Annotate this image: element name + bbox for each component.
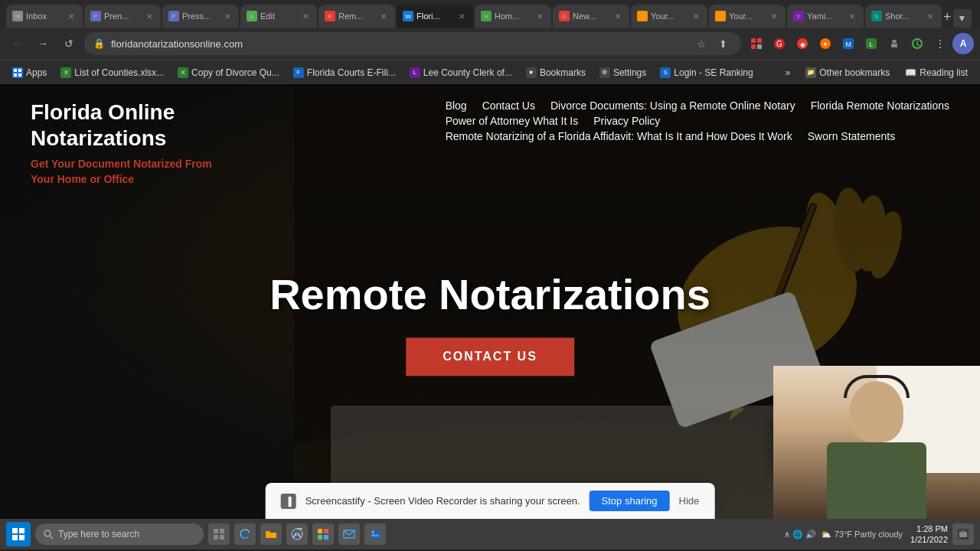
- bookmarks-favicon: ★: [526, 67, 537, 78]
- windows-store-button[interactable]: [312, 523, 334, 545]
- bookmark-lee-county[interactable]: L Lee County Clerk of...: [403, 65, 518, 80]
- tab-close-press[interactable]: ✕: [222, 11, 233, 21]
- extension-btn-5[interactable]: L: [861, 33, 882, 54]
- reload-button[interactable]: ↺: [58, 33, 80, 54]
- nav-remote-notarizing[interactable]: Remote Notarizing of a Florida Affidavit…: [446, 130, 792, 142]
- bookmark-settings-label: Settings: [613, 67, 646, 78]
- chrome-taskbar-button[interactable]: [286, 523, 308, 545]
- bookmark-se-ranking[interactable]: S Login - SE Ranking: [654, 65, 759, 80]
- reading-list-label: Reading list: [920, 67, 968, 78]
- nav-sworn[interactable]: Sworn Statements: [808, 130, 895, 142]
- notifications-button[interactable]: [952, 523, 974, 545]
- bookmark-other[interactable]: 📁 Other bookmarks: [799, 65, 896, 80]
- back-button[interactable]: ←: [6, 33, 28, 54]
- tab-close-yami[interactable]: ✕: [847, 11, 858, 21]
- address-bar[interactable]: 🔒 floridanotarizationsonline.com ☆ ⬆: [84, 32, 741, 55]
- extension-btn-4[interactable]: M: [838, 33, 859, 54]
- bookmark-bookmarks[interactable]: ★ Bookmarks: [520, 65, 592, 80]
- extension-btn-1[interactable]: G: [769, 33, 790, 54]
- svg-rect-18: [14, 73, 17, 77]
- weather-widget[interactable]: ⛅ 73°F Partly cloudy: [821, 530, 903, 540]
- menu-row-3: Remote Notarizing of a Florida Affidavit…: [446, 130, 949, 142]
- tab-hom[interactable]: H Hom... ✕: [475, 5, 551, 28]
- extension-btn-2[interactable]: ◉: [792, 33, 813, 54]
- tab-close-pren[interactable]: ✕: [144, 11, 155, 21]
- webcam-overlay: [773, 366, 980, 519]
- edge-taskbar-button[interactable]: [234, 523, 256, 545]
- bookmark-overflow-btn[interactable]: »: [779, 65, 797, 80]
- tab-close-shor[interactable]: ✕: [925, 11, 936, 21]
- share-icon[interactable]: ⬆: [714, 34, 732, 53]
- tab-rem[interactable]: R Rem... ✕: [318, 5, 395, 28]
- taskbar-clock[interactable]: 1:28 PM 1/21/2022: [910, 523, 948, 546]
- tab-yami[interactable]: Y Yami... ✕: [787, 5, 864, 28]
- tab-press[interactable]: P Press... ✕: [162, 5, 239, 28]
- forward-button[interactable]: →: [32, 33, 54, 54]
- bookmark-counties-label: List of Counties.xlsx...: [74, 67, 164, 78]
- nav-privacy[interactable]: Privacy Policy: [593, 115, 660, 127]
- tray-network-icon[interactable]: 🌐: [792, 530, 803, 540]
- update-icon[interactable]: [906, 33, 928, 54]
- nav-poa[interactable]: Power of Attorney What It Is: [446, 115, 579, 127]
- bookmark-star-icon[interactable]: ☆: [692, 34, 710, 53]
- bookmark-fl-courts[interactable]: F Florida Courts E-Fili...: [287, 65, 402, 80]
- tab-your1[interactable]: Y Your... ✕: [631, 5, 707, 28]
- svg-rect-35: [19, 535, 24, 540]
- stop-sharing-button[interactable]: Stop sharing: [590, 491, 670, 511]
- nav-florida-remote[interactable]: Florida Remote Notarizations: [811, 99, 949, 112]
- hide-button[interactable]: Hide: [679, 495, 700, 507]
- tab-favicon-your2: Y: [715, 11, 726, 21]
- tab-close-inbox[interactable]: ✕: [66, 11, 77, 21]
- minimize-button[interactable]: ─: [976, 6, 980, 28]
- address-actions: ☆ ⬆: [692, 34, 732, 53]
- divorce-favicon: X: [178, 67, 188, 78]
- nav-divorce[interactable]: Divorce Documents: Using a Remote Online…: [550, 99, 795, 112]
- mail-taskbar-button[interactable]: [338, 523, 360, 545]
- tray-up-arrow[interactable]: ∧: [784, 530, 790, 540]
- contact-us-button[interactable]: CONTACT US: [406, 337, 574, 376]
- tab-close-your2[interactable]: ✕: [769, 11, 779, 21]
- tab-close-new[interactable]: ✕: [612, 11, 623, 21]
- tab-favicon-rem: R: [325, 11, 335, 21]
- tab-your2[interactable]: Y Your... ✕: [709, 5, 786, 28]
- nav-blog[interactable]: Blog: [446, 99, 467, 112]
- extensions-icon[interactable]: [746, 33, 767, 54]
- tray-speaker-icon[interactable]: 🔊: [805, 530, 816, 540]
- site-tagline: Get Your Document Notarized FromYour Hom…: [31, 157, 212, 187]
- tab-edit[interactable]: E Edit ✕: [240, 5, 317, 28]
- tab-overflow-button[interactable]: ▼: [953, 9, 972, 28]
- reading-list-button[interactable]: 📖 Reading list: [899, 65, 974, 80]
- webcam-body: [827, 442, 926, 519]
- tab-flori[interactable]: W Flori... ✕: [397, 5, 473, 28]
- photos-taskbar-button[interactable]: [364, 523, 386, 545]
- tab-close-hom[interactable]: ✕: [534, 11, 545, 21]
- svg-rect-40: [214, 535, 218, 540]
- tab-inbox[interactable]: ✉ Inbox ✕: [6, 5, 83, 28]
- bookmark-apps[interactable]: Apps: [6, 65, 53, 80]
- fl-courts-favicon: F: [293, 67, 304, 78]
- profile-avatar[interactable]: A: [952, 33, 974, 54]
- menu-icon[interactable]: ⋮: [929, 33, 951, 54]
- bookmark-divorce[interactable]: X Copy of Divorce Qu...: [172, 65, 286, 80]
- tab-bar: ✉ Inbox ✕ P Pren... ✕ P Press... ✕ E Edi…: [0, 0, 980, 28]
- svg-line-37: [50, 536, 53, 539]
- bookmark-settings[interactable]: ⚙ Settings: [593, 65, 652, 80]
- extension-btn-3[interactable]: ✦: [815, 33, 836, 54]
- new-tab-button[interactable]: +: [943, 6, 952, 28]
- tab-new[interactable]: G New... ✕: [553, 5, 629, 28]
- tab-close-edit[interactable]: ✕: [300, 11, 311, 21]
- lock-icon: 🔒: [93, 38, 105, 49]
- nav-contact[interactable]: Contact Us: [482, 99, 535, 112]
- tab-shor[interactable]: S Shor... ✕: [865, 5, 942, 28]
- extensions-menu-icon[interactable]: [884, 33, 905, 54]
- task-view-button[interactable]: [208, 523, 230, 545]
- tab-close-your1[interactable]: ✕: [691, 11, 701, 21]
- taskbar-search[interactable]: Type here to search: [35, 523, 204, 545]
- bookmark-counties[interactable]: X List of Counties.xlsx...: [54, 65, 170, 80]
- tab-close-flori[interactable]: ✕: [456, 11, 467, 21]
- tab-close-rem[interactable]: ✕: [378, 11, 389, 21]
- tab-pren[interactable]: P Pren... ✕: [84, 5, 161, 28]
- website-content: Florida OnlineNotarizations Get Your Doc…: [0, 84, 980, 519]
- file-explorer-taskbar-button[interactable]: [260, 523, 282, 545]
- start-button[interactable]: [6, 522, 31, 546]
